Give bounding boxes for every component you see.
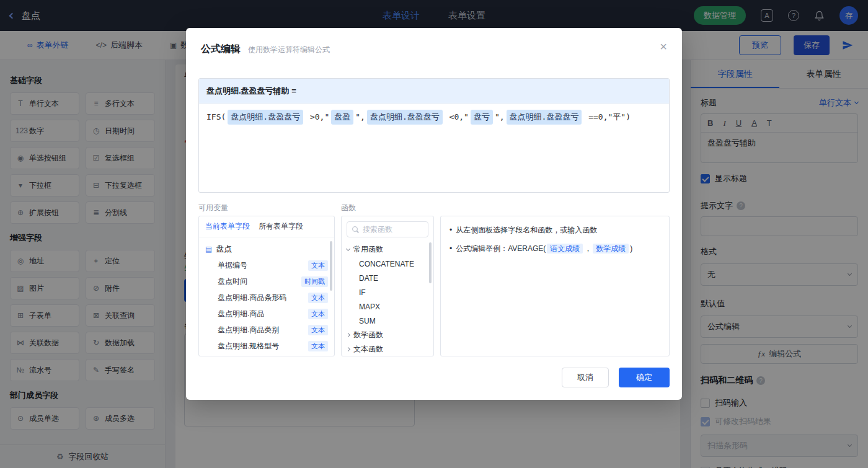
variable-item[interactable]: 单据编号文本: [205, 257, 328, 273]
variable-type-tag: 文本: [308, 260, 328, 271]
example-field-token: 数学成绩: [593, 244, 629, 254]
help-text: 从左侧面板选择字段名和函数，或输入函数: [456, 226, 597, 234]
formula-text: ==0,"平"): [583, 112, 631, 121]
function-item[interactable]: CONCATENATE: [347, 257, 428, 271]
variable-type-tag: 文本: [308, 309, 328, 319]
chevron-down-icon: [346, 246, 350, 250]
search-icon: [352, 226, 359, 233]
chevron-right-icon: [346, 333, 350, 337]
functions-panel-label: 函数: [341, 203, 356, 213]
help-text: ，: [584, 244, 591, 253]
variable-item[interactable]: 盘点明细.商品类别文本: [205, 322, 328, 338]
formula-input-area[interactable]: IFS(盘点明细.盘盈盘亏 >0,"盘盈",盘点明细.盘盈盘亏 <0,"盘亏",…: [199, 104, 669, 131]
formula-field-token[interactable]: 盘点明细.盘盈盘亏: [507, 110, 582, 125]
close-icon[interactable]: ×: [660, 40, 667, 53]
variable-item[interactable]: 盘点明细.商品文本: [205, 306, 328, 322]
help-text: 公式编辑举例：AVERAGE(: [456, 244, 546, 253]
function-group-row[interactable]: 文本函数: [347, 342, 428, 356]
formula-field-token[interactable]: 盘亏: [471, 110, 493, 125]
modal-subtitle: 使用数学运算符编辑公式: [248, 45, 330, 55]
bullet-icon: [450, 224, 452, 236]
help-tip-text: 公式编辑举例：AVERAGE(语文成绩，数学成绩): [456, 242, 632, 255]
help-text: ): [630, 244, 632, 253]
formula-target: 盘点明细.盘盈盘亏辅助 =: [199, 79, 669, 104]
variable-name: 单据编号: [218, 260, 247, 271]
chevron-right-icon: [346, 347, 350, 351]
variable-type-tag: 文本: [308, 293, 328, 303]
scrollbar[interactable]: [429, 242, 432, 283]
variable-name: 盘点明细.商品条形码: [218, 293, 286, 303]
help-tip-text: 从左侧面板选择字段名和函数，或输入函数: [456, 224, 597, 236]
app: 盘点 表单设计 表单设置 数据管理 A 存 ∞表单外链</>后端脚本▣数据权限 …: [0, 0, 868, 468]
function-item[interactable]: SUM: [347, 314, 428, 328]
function-search-input[interactable]: [363, 225, 423, 234]
variable-item[interactable]: 盘点时间时间戳: [205, 273, 328, 289]
function-item[interactable]: MAPX: [347, 299, 428, 314]
functions-panel: 常用函数CONCATENATEDATEIFMAPXSUM数学函数文本函数: [341, 216, 434, 356]
function-group-row[interactable]: 常用函数: [347, 242, 428, 257]
function-item[interactable]: DATE: [347, 271, 428, 285]
variable-name: 盘点明细.商品类别: [218, 325, 279, 335]
formula-editor-box: 盘点明细.盘盈盘亏辅助 = IFS(盘点明细.盘盈盘亏 >0,"盘盈",盘点明细…: [198, 78, 670, 193]
variables-panel-label: 可用变量: [198, 203, 228, 213]
formula-text: IFS(: [206, 112, 226, 121]
variable-type-tag: 时间戳: [301, 276, 328, 287]
variable-name: 盘点明细.商品: [218, 309, 264, 319]
variable-root-row[interactable]: ▤盘点: [205, 241, 328, 257]
variable-type-tag: 文本: [308, 325, 328, 335]
help-tip: 公式编辑举例：AVERAGE(语文成绩，数学成绩): [450, 242, 660, 255]
variable-name: 盘点时间: [218, 276, 247, 287]
formula-help-panel: 从左侧面板选择字段名和函数，或输入函数公式编辑举例：AVERAGE(语文成绩，数…: [440, 216, 670, 356]
variable-type-tag: 文本: [308, 341, 328, 351]
form-icon: ▤: [205, 245, 212, 254]
formula-edit-modal: 公式编辑 使用数学运算符编辑公式 × 盘点明细.盘盈盘亏辅助 = IFS(盘点明…: [186, 28, 682, 400]
function-group-label: 常用函数: [353, 244, 383, 255]
function-search: [347, 221, 428, 237]
confirm-button[interactable]: 确定: [619, 368, 670, 387]
formula-field-token[interactable]: 盘点明细.盘盈盘亏: [367, 110, 443, 125]
help-tip: 从左侧面板选择字段名和函数，或输入函数: [450, 224, 660, 236]
formula-text: <0,": [445, 112, 469, 121]
scrollbar[interactable]: [330, 241, 332, 291]
formula-text: ",: [355, 112, 365, 121]
tab-all-form-fields[interactable]: 所有表单字段: [259, 221, 303, 232]
function-item[interactable]: IF: [347, 285, 428, 299]
bullet-icon: [450, 242, 452, 255]
formula-text: >0,": [305, 112, 329, 121]
example-field-token: 语文成绩: [547, 244, 583, 254]
variable-root-label: 盘点: [216, 244, 232, 255]
formula-field-token[interactable]: 盘点明细.盘盈盘亏: [228, 110, 303, 125]
formula-field-token[interactable]: 盘盈: [331, 110, 353, 125]
variable-item[interactable]: 盘点明细.规格型号文本: [205, 338, 328, 354]
cancel-button[interactable]: 取消: [562, 368, 609, 387]
function-group-label: 文本函数: [353, 344, 383, 355]
formula-text: ",: [495, 112, 505, 121]
variable-name: 盘点明细.规格型号: [218, 341, 279, 351]
function-group-row[interactable]: 数学函数: [347, 328, 428, 342]
modal-title: 公式编辑: [201, 43, 241, 56]
variable-item[interactable]: 盘点明细.商品条形码文本: [205, 289, 328, 306]
tab-current-form-fields[interactable]: 当前表单字段: [205, 221, 250, 232]
function-group-label: 数学函数: [353, 330, 383, 340]
variables-panel: 当前表单字段 所有表单字段 ▤盘点单据编号文本盘点时间时间戳盘点明细.商品条形码…: [198, 216, 335, 356]
